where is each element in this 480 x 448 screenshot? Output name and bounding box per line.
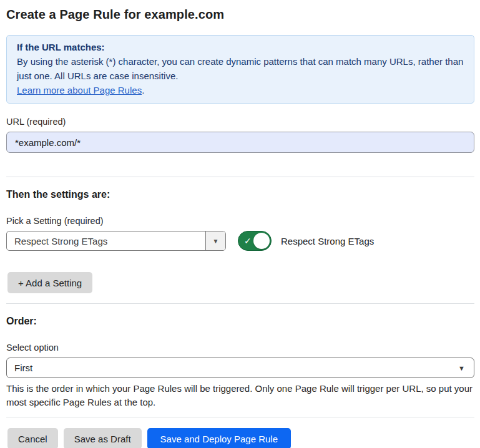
url-label: URL (required)	[6, 117, 474, 127]
info-box-link-line: Learn more about Page Rules.	[17, 83, 464, 97]
select-option-label: Select option	[6, 343, 474, 353]
toggle-knob[interactable]	[253, 233, 270, 249]
caret-down-icon: ▼	[458, 364, 465, 372]
setting-select[interactable]: Respect Strong ETags ▼	[6, 231, 226, 251]
url-matches-info-box: If the URL matches: By using the asteris…	[6, 35, 474, 104]
footer-divider	[6, 417, 474, 417]
section-divider	[6, 177, 474, 177]
page-title: Create a Page Rule for example.com	[6, 7, 474, 22]
url-input[interactable]	[6, 132, 474, 153]
check-icon: ✓	[244, 236, 252, 245]
setting-row: Respect Strong ETags ▼ ✓ Respect Strong …	[6, 231, 474, 251]
order-heading: Order:	[6, 316, 474, 327]
page-rule-form: Create a Page Rule for example.com If th…	[0, 0, 480, 448]
setting-select-value: Respect Strong ETags	[7, 231, 205, 250]
add-setting-button[interactable]: + Add a Setting	[7, 272, 92, 293]
chevron-down-icon[interactable]: ▼	[205, 231, 225, 250]
footer-actions: Cancel Save as Draft Save and Deploy Pag…	[7, 428, 474, 448]
learn-more-link[interactable]: Learn more about Page Rules	[17, 85, 142, 95]
info-box-body: By using the asterisk (*) character, you…	[17, 54, 464, 83]
cancel-button[interactable]: Cancel	[7, 428, 58, 448]
order-select-value: First	[7, 363, 32, 373]
settings-heading: Then the settings are:	[6, 189, 474, 200]
link-period: .	[142, 85, 144, 95]
order-select[interactable]: First ▼	[6, 358, 474, 378]
info-box-heading: If the URL matches:	[17, 40, 464, 54]
section-divider	[6, 303, 474, 304]
pick-setting-label: Pick a Setting (required)	[6, 216, 474, 226]
etags-toggle[interactable]: ✓	[238, 231, 272, 251]
toggle-label: Respect Strong ETags	[281, 236, 374, 246]
deploy-button[interactable]: Save and Deploy Page Rule	[147, 428, 291, 448]
order-help-text: This is the order in which your Page Rul…	[6, 382, 474, 409]
save-draft-button[interactable]: Save as Draft	[64, 428, 142, 448]
